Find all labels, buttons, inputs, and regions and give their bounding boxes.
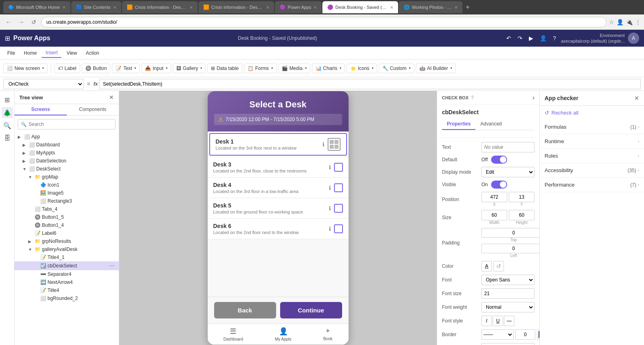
- tree-item-rectangle3[interactable]: ▶ ⬜ Rectangle3: [14, 197, 119, 205]
- desk-item-5[interactable]: Desk 5 Located on the ground floor co-wo…: [208, 198, 349, 219]
- search-input[interactable]: [18, 119, 116, 129]
- tree-item-dateselection[interactable]: ▶ ⬜ DateSelection: [14, 157, 119, 165]
- pad-left-input[interactable]: [481, 244, 539, 253]
- profile-button[interactable]: 👤: [617, 19, 623, 25]
- tree-item-nextarrow4[interactable]: ▶ ➡️ NextArrow4: [14, 278, 119, 286]
- italic-button[interactable]: I: [481, 316, 492, 326]
- formula-name-select[interactable]: OnCheck: [3, 79, 84, 89]
- address-input[interactable]: [41, 17, 607, 27]
- desk-item-1[interactable]: Desk 1 Located on the 3rd floor next to …: [209, 133, 347, 156]
- panel-expand-button[interactable]: ›: [533, 94, 535, 101]
- tree-item-button15[interactable]: ▶ 🔘 Button1_5: [14, 213, 119, 221]
- default-toggle[interactable]: [491, 156, 507, 164]
- tree-item-title41[interactable]: ▶ 📝 Title4_1: [14, 253, 119, 261]
- tree-item-grpnoresults[interactable]: ▶ 📁 grpNoResults: [14, 237, 119, 245]
- tree-item-dashboard[interactable]: ▶ ⬜ Dashboard: [14, 141, 119, 149]
- underline-button[interactable]: U: [493, 316, 503, 326]
- tab-crisis1[interactable]: 🟧 Crisis Information - Desks - A... ✕: [122, 1, 198, 13]
- menu-home[interactable]: Home: [20, 49, 41, 58]
- pos-x-input[interactable]: [481, 192, 507, 202]
- nav-myappts[interactable]: 👤 My Appts: [275, 327, 291, 341]
- tab-close-photos[interactable]: ✕: [454, 5, 458, 10]
- info-icon-3[interactable]: ℹ: [329, 164, 331, 170]
- tab-desk-booking[interactable]: 🟣 Desk Booking - Saved (Unpub... ✕: [322, 1, 398, 13]
- tab-screens[interactable]: Screens: [14, 104, 67, 115]
- back-button-phone[interactable]: Back: [214, 302, 276, 318]
- tab-close-powerapps[interactable]: ✕: [314, 5, 317, 10]
- checkbox-pattern-1[interactable]: [328, 138, 341, 151]
- bookmark-button[interactable]: ☆: [609, 19, 614, 25]
- checkbox-4[interactable]: [334, 183, 343, 192]
- back-button[interactable]: ←: [3, 17, 14, 27]
- tree-action-more[interactable]: ⋯: [108, 263, 116, 269]
- strikethrough-button[interactable]: —: [504, 316, 514, 326]
- new-tab-button[interactable]: +: [463, 4, 472, 11]
- extensions-button[interactable]: 🔌: [626, 19, 633, 25]
- tree-item-button14[interactable]: ▶ 🔘 Button1_4: [14, 221, 119, 229]
- tab-close-desk-booking[interactable]: ✕: [390, 5, 393, 10]
- tab-close-crisis1[interactable]: ✕: [190, 5, 193, 10]
- button-button[interactable]: 🔘 Button: [82, 64, 111, 73]
- checkbox-5[interactable]: [334, 204, 343, 213]
- redo-button[interactable]: ↷: [516, 33, 524, 43]
- custom-button[interactable]: 🔧 Custom ▾: [379, 64, 414, 73]
- tree-item-separator4[interactable]: ▶ ➖ Separator4: [14, 270, 119, 278]
- ai-builder-button[interactable]: 🤖 AI Builder ▾: [416, 64, 456, 73]
- refresh-button[interactable]: ↺: [29, 17, 39, 27]
- icons-button[interactable]: ⭐ Icons ▾: [347, 64, 377, 73]
- nav-book[interactable]: + Book: [323, 327, 332, 341]
- prop-displaymode-select[interactable]: Edit: [481, 167, 535, 177]
- pad-top-input[interactable]: [481, 228, 539, 238]
- undo-button[interactable]: ↶: [505, 33, 513, 43]
- checker-item-accessibility[interactable]: Accessibility (35) ›: [540, 163, 644, 178]
- checker-item-formulas[interactable]: Formulas (1) ›: [540, 120, 644, 134]
- tree-item-bgrounded2[interactable]: ▶ ⬜ bgRounded_2: [14, 294, 119, 302]
- tree-item-icon1[interactable]: ▶ 🔷 Icon1: [14, 181, 119, 189]
- forward-button[interactable]: →: [16, 17, 27, 27]
- tab-close-crisis2[interactable]: ✕: [266, 5, 269, 10]
- data-table-button[interactable]: ⊞ Data table: [207, 64, 242, 73]
- tree-view-button[interactable]: 🌲: [2, 107, 13, 118]
- menu-action[interactable]: Action: [82, 49, 103, 58]
- continue-button-phone[interactable]: Continue: [280, 302, 342, 318]
- prop-fontsize-input[interactable]: [481, 288, 535, 299]
- checker-close-button[interactable]: ✕: [634, 95, 639, 101]
- data-action-button[interactable]: 🗄: [2, 133, 13, 144]
- size-h-input[interactable]: [509, 210, 535, 220]
- pos-y-input[interactable]: [509, 192, 535, 202]
- tab-close-site[interactable]: ✕: [113, 5, 116, 10]
- tree-item-myappts[interactable]: ▶ ⬜ MyAppts: [14, 149, 119, 157]
- checker-item-performance[interactable]: Performance (7) ›: [540, 178, 644, 192]
- tab-advanced[interactable]: Advanced: [475, 119, 506, 130]
- waffle-icon[interactable]: ⊞: [5, 35, 10, 42]
- menu-button[interactable]: ⋮: [635, 19, 641, 25]
- tree-item-deskselect[interactable]: ▼ ⬜ DeskSelect: [14, 165, 119, 173]
- tab-properties[interactable]: Properties: [442, 119, 475, 130]
- tab-site[interactable]: 🟦 Site Contents ✕: [71, 1, 121, 13]
- tree-item-image5[interactable]: ▶ 🖼️ Image5: [14, 189, 119, 197]
- color-text-preview[interactable]: A: [481, 261, 492, 271]
- tab-office[interactable]: 🔷 Microsoft Office Home ✕: [3, 1, 70, 13]
- charts-button[interactable]: 📊 Charts ▾: [312, 64, 345, 73]
- size-w-input[interactable]: [481, 210, 507, 220]
- tree-item-cbdeskselect[interactable]: ▶ ☑️ cbDeskSelect ⋯: [14, 261, 119, 270]
- checker-item-rules[interactable]: Rules ›: [540, 149, 644, 163]
- border-width-input[interactable]: [515, 329, 535, 340]
- home-action-button[interactable]: ⊞: [2, 94, 13, 105]
- avatar[interactable]: A: [628, 33, 639, 44]
- tree-item-tabs4[interactable]: ▶ ⬜ Tabs_4: [14, 205, 119, 213]
- tab-photos[interactable]: 🌐 Working Photos - Pixe... ✕: [399, 1, 462, 13]
- text-button[interactable]: 📝 Text ▾: [112, 64, 140, 73]
- tree-item-title4[interactable]: ▶ 📝 Title4: [14, 286, 119, 294]
- label-button[interactable]: 🏷 Label: [54, 64, 80, 73]
- menu-view[interactable]: View: [62, 49, 81, 58]
- tab-components[interactable]: Components: [67, 104, 119, 115]
- new-screen-button[interactable]: ⬜ New screen ▾: [3, 64, 47, 73]
- checkbox-6[interactable]: [334, 224, 343, 233]
- menu-file[interactable]: File: [3, 49, 19, 58]
- help-button[interactable]: ?: [551, 33, 558, 43]
- tree-item-label6[interactable]: ▶ 📝 Label6: [14, 229, 119, 237]
- tree-item-galleryavaildesk[interactable]: ▼ 📁 galleryAvailDesk: [14, 245, 119, 253]
- media-button[interactable]: 🎬 Media ▾: [278, 64, 310, 73]
- gallery-button[interactable]: 🖼 Gallery ▾: [173, 64, 206, 73]
